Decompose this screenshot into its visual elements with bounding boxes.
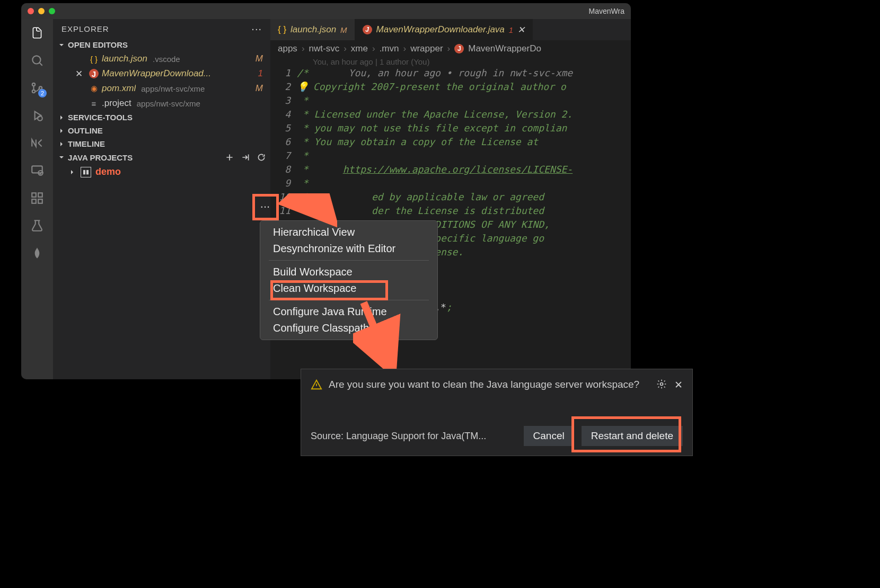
maximize-window-button[interactable] bbox=[49, 8, 55, 14]
open-editor-item[interactable]: ≡ .project apps/nwt-svc/xme bbox=[53, 96, 270, 111]
close-icon[interactable]: ✕ bbox=[674, 379, 683, 393]
sidebar-header: EXPLORER ··· bbox=[53, 19, 270, 38]
menu-build-workspace[interactable]: Build Workspace bbox=[260, 264, 437, 280]
context-menu: Hierarchical View Desynchronize with Edi… bbox=[260, 220, 438, 340]
chevron-right-icon bbox=[68, 168, 76, 176]
svg-point-1 bbox=[32, 83, 35, 86]
svg-rect-5 bbox=[32, 166, 42, 173]
extensions-icon[interactable] bbox=[30, 191, 45, 206]
sidebar-more-icon[interactable]: ··· bbox=[251, 23, 262, 35]
scm-badge: 2 bbox=[38, 89, 47, 97]
outline-header[interactable]: OUTLINE bbox=[53, 124, 270, 137]
minimize-window-button[interactable] bbox=[38, 8, 45, 14]
service-tools-header[interactable]: SERVICE-TOOLS bbox=[53, 111, 270, 124]
export-icon[interactable] bbox=[241, 153, 250, 162]
java-icon: J bbox=[363, 25, 372, 34]
close-window-button[interactable] bbox=[28, 8, 34, 14]
file-icon: ≡ bbox=[89, 99, 99, 108]
svg-rect-9 bbox=[32, 199, 36, 203]
menu-desync-editor[interactable]: Desynchronize with Editor bbox=[260, 240, 437, 257]
tab-launch-json[interactable]: { } launch.json M bbox=[270, 19, 355, 40]
open-editor-item[interactable]: { } launch.json .vscode M bbox=[53, 51, 270, 66]
explorer-sidebar: EXPLORER ··· OPEN EDITORS { } launch.jso… bbox=[53, 19, 270, 379]
chevron-down-icon bbox=[57, 153, 66, 162]
open-editors-section: OPEN EDITORS { } launch.json .vscode M ✕… bbox=[53, 38, 270, 111]
sidebar-title: EXPLORER bbox=[61, 24, 109, 33]
restart-delete-button[interactable]: Restart and delete bbox=[582, 426, 683, 446]
source-control-icon[interactable]: 2 bbox=[30, 81, 45, 95]
java-projects-header[interactable]: JAVA PROJECTS bbox=[53, 150, 270, 164]
svg-point-0 bbox=[32, 56, 40, 64]
timeline-header[interactable]: TIMELINE bbox=[53, 137, 270, 150]
close-icon[interactable]: ✕ bbox=[75, 68, 84, 79]
java-icon: J bbox=[454, 44, 464, 54]
menu-separator bbox=[269, 260, 429, 261]
mongodb-icon[interactable] bbox=[30, 246, 45, 261]
open-editor-item[interactable]: ◉ pom.xml apps/nwt-svc/xme M bbox=[53, 81, 270, 96]
java-project-item[interactable]: ▮▮ demo bbox=[53, 164, 270, 180]
close-icon[interactable]: ✕ bbox=[517, 24, 525, 35]
gear-icon[interactable] bbox=[656, 379, 667, 393]
window-title: MavenWra bbox=[589, 7, 624, 15]
breadcrumb[interactable]: apps› nwt-svc› xme› .mvn› wrapper› J Mav… bbox=[270, 40, 631, 57]
search-icon[interactable] bbox=[30, 53, 45, 68]
svg-rect-10 bbox=[38, 199, 42, 203]
refresh-icon[interactable] bbox=[257, 153, 266, 162]
more-actions-button[interactable]: ··· bbox=[257, 200, 274, 213]
json-icon: { } bbox=[89, 54, 99, 64]
svg-point-2 bbox=[32, 90, 35, 93]
menu-clean-workspace[interactable]: Clean Workspace bbox=[260, 280, 437, 297]
traffic-lights bbox=[28, 8, 55, 14]
chevron-right-icon bbox=[57, 140, 66, 148]
project-label: demo bbox=[95, 166, 121, 177]
menu-hierarchical-view[interactable]: Hierarchical View bbox=[260, 224, 437, 240]
remote-icon[interactable] bbox=[30, 163, 45, 178]
dialog-message: Are you sure you want to clean the Java … bbox=[329, 379, 650, 393]
nx-icon[interactable] bbox=[30, 136, 45, 150]
java-icon: J bbox=[89, 69, 99, 78]
cancel-button[interactable]: Cancel bbox=[524, 426, 574, 446]
svg-rect-7 bbox=[32, 193, 36, 197]
open-editors-header[interactable]: OPEN EDITORS bbox=[53, 38, 270, 51]
beaker-icon[interactable] bbox=[30, 218, 45, 233]
blame-annotation: You, an hour ago | 1 author (You) bbox=[270, 57, 631, 66]
open-editor-item[interactable]: ✕ J MavenWrapperDownload... 1 bbox=[53, 66, 270, 81]
debug-icon[interactable] bbox=[30, 108, 45, 123]
menu-configure-classpath[interactable]: Configure Classpath bbox=[260, 320, 437, 336]
plus-icon[interactable] bbox=[225, 153, 234, 162]
project-icon: ▮▮ bbox=[81, 167, 91, 177]
svg-point-11 bbox=[661, 383, 663, 386]
xml-icon: ◉ bbox=[89, 84, 99, 93]
explorer-icon[interactable] bbox=[30, 25, 45, 40]
warning-icon bbox=[311, 379, 322, 393]
svg-rect-8 bbox=[38, 193, 42, 197]
tab-bar: { } launch.json M J MavenWrapperDownload… bbox=[270, 19, 631, 40]
chevron-right-icon bbox=[57, 127, 66, 135]
titlebar: MavenWra bbox=[21, 3, 631, 19]
activity-bar: 2 bbox=[21, 19, 53, 379]
menu-separator bbox=[269, 300, 429, 300]
tab-maven-downloader[interactable]: J MavenWrapperDownloader.java 1 ✕ bbox=[355, 19, 533, 40]
confirmation-dialog: Are you sure you want to clean the Java … bbox=[301, 369, 693, 456]
chevron-down-icon bbox=[57, 41, 66, 49]
dialog-source: Source: Language Support for Java(TM... bbox=[311, 431, 516, 442]
chevron-right-icon bbox=[57, 113, 66, 122]
menu-configure-runtime[interactable]: Configure Java Runtime bbox=[260, 304, 437, 320]
